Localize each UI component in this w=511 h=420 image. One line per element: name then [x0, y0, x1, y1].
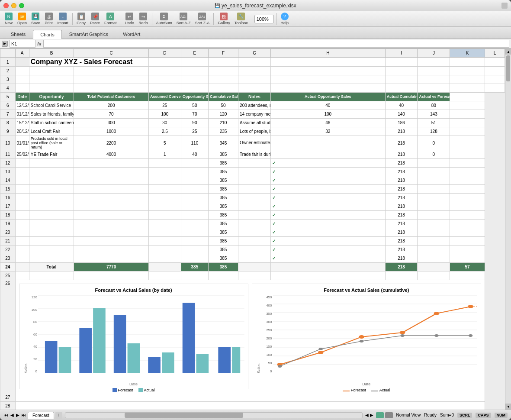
grid-scroll-area[interactable]: A B C D E F G H I J K L	[0, 48, 505, 410]
status-right: Normal View Ready Sum=0 SCRL CAPS NUM	[376, 412, 508, 418]
svg-rect-14	[162, 352, 174, 373]
app-window: 💾 ye_sales_forecast_example.xlsx N New 📂…	[0, 0, 511, 420]
sum-label: Sum=0	[440, 413, 454, 417]
tab-sheets[interactable]: Sheets	[3, 29, 33, 39]
sheet-nav-prev[interactable]: ◀	[10, 412, 14, 418]
caps-indicator: CAPS	[476, 413, 491, 418]
minimize-button[interactable]	[11, 3, 16, 8]
svg-point-38	[399, 331, 405, 334]
header-cum-forecast: Cumulative Sales Forecast	[209, 93, 238, 101]
table-row: 13 385 ✓ 218	[0, 168, 505, 176]
table-row: 21 385 ✓ 218	[0, 237, 505, 246]
sheet-navigation: ⏮ ◀ ▶ ⏭ Forecast +	[3, 412, 62, 419]
sheet-nav-prev-start[interactable]: ⏮	[3, 412, 9, 418]
new-button[interactable]: N New	[3, 12, 15, 26]
svg-rect-12	[128, 343, 140, 373]
horizontal-scrollbar[interactable]	[65, 412, 363, 418]
line-chart-area: Sales 0 50 100 150 200	[256, 295, 477, 373]
sep4	[213, 13, 214, 25]
sheet-tab-forecast[interactable]: Forecast	[28, 412, 54, 419]
col-header-l[interactable]: L	[485, 49, 505, 58]
sort-az-button[interactable]: AZ↓ Sort A-Z	[175, 12, 193, 26]
bar-chart-title: Forecast vs Actual Sales (by date)	[23, 288, 244, 293]
undo-button[interactable]: ↩ Undo	[123, 12, 136, 26]
col-header-g[interactable]: G	[238, 49, 271, 58]
sheet-nav-next[interactable]: ▶	[16, 412, 20, 418]
cell-navigator-icon[interactable]: ▶	[2, 41, 8, 47]
header-opportunity: Opportunity	[29, 93, 74, 101]
sheet-nav-next-end[interactable]: ⏭	[21, 412, 26, 418]
close-button[interactable]	[3, 3, 9, 8]
header-row: 5 Date Opportunity Total Potential Custo…	[0, 93, 505, 101]
ready-label: Ready	[424, 413, 437, 417]
autosum-button[interactable]: Σ AutoSum	[154, 12, 174, 26]
formula-input[interactable]	[43, 40, 509, 48]
svg-point-37	[359, 335, 364, 339]
scroll-left-btn[interactable]: ◀	[365, 413, 369, 417]
help-button[interactable]: ? Help	[279, 12, 291, 26]
svg-point-45	[400, 334, 404, 337]
table-row: 18 385 ✓ 218	[0, 211, 505, 220]
sort-za-button[interactable]: ZA↓ Sort Z-A	[193, 12, 212, 26]
redo-button[interactable]: ↪ Redo	[137, 12, 150, 26]
tab-wordart[interactable]: WordArt	[116, 29, 148, 39]
right-scroll-nav: ◀ ▶	[365, 413, 373, 417]
status-bar: ⏮ ◀ ▶ ⏭ Forecast + ◀ ▶ Normal View Ready…	[0, 410, 511, 420]
svg-rect-11	[114, 315, 126, 373]
gallery-button[interactable]: 🖼 Gallery	[216, 12, 232, 26]
copy-button[interactable]: 📋 Copy	[75, 12, 87, 26]
toolbar: N New 📂 Open 💾 Save 🖨 Print ↓ Import 📋 C…	[0, 11, 511, 27]
import-button[interactable]: ↓ Import	[56, 12, 71, 26]
bar-chart-y-ticks: 0 20 40 60 80 100 120	[28, 295, 38, 373]
view-icons	[376, 412, 393, 418]
svg-point-40	[468, 305, 473, 308]
line-chart-y-label: Sales	[256, 295, 261, 373]
svg-rect-8	[59, 347, 71, 373]
tab-charts[interactable]: Charts	[33, 30, 61, 39]
corner-cell	[0, 49, 16, 58]
header-notes: Notes	[238, 93, 271, 101]
svg-point-36	[318, 351, 323, 354]
open-button[interactable]: 📂 Open	[16, 12, 29, 26]
scroll-right-btn[interactable]: ▶	[370, 413, 373, 417]
table-row: 6 12/12/2010 School Carol Service 200 25…	[0, 101, 505, 110]
table-row: 25	[0, 271, 505, 280]
cell-reference-input[interactable]	[10, 40, 35, 48]
save-button[interactable]: 💾 Save	[29, 12, 42, 26]
window-resize-handle[interactable]	[501, 3, 508, 9]
vertical-scrollbar[interactable]: ▲ ▼	[505, 48, 511, 410]
print-button[interactable]: 🖨 Print	[43, 12, 55, 26]
scroll-down-btn[interactable]: ▼	[505, 404, 511, 410]
toolbox-button[interactable]: 🔧 Toolbox	[233, 12, 250, 26]
scroll-thumb[interactable]	[506, 55, 510, 81]
paste-button[interactable]: 📌 Paste	[88, 12, 102, 26]
bar-chart: Forecast vs Actual Sales (by date) Sales…	[19, 284, 248, 389]
page-view-icon[interactable]	[385, 412, 393, 418]
col-header-k[interactable]: K	[450, 49, 485, 58]
format-button[interactable]: A Format	[103, 12, 119, 26]
zoom-input[interactable]: 100%	[254, 15, 274, 23]
col-header-c[interactable]: C	[74, 49, 149, 58]
num-indicator: NUM	[495, 413, 508, 418]
maximize-button[interactable]	[19, 3, 24, 8]
sep6	[276, 13, 276, 25]
table-row: 10 01/01/2011 Products sold in local pos…	[0, 136, 505, 150]
header-conversion: Assumed Conversion rate	[148, 93, 181, 101]
col-header-h[interactable]: H	[270, 49, 385, 58]
svg-rect-17	[218, 347, 231, 373]
col-header-j[interactable]: J	[418, 49, 450, 58]
col-header-e[interactable]: E	[181, 49, 208, 58]
col-header-a[interactable]: A	[15, 49, 29, 58]
table-row: 17 385 ✓ 218	[0, 202, 505, 211]
svg-point-47	[468, 334, 472, 337]
col-header-i[interactable]: I	[385, 49, 418, 58]
add-sheet-button[interactable]: +	[55, 412, 62, 419]
legend-forecast-line	[343, 391, 350, 391]
tab-smartart[interactable]: SmartArt Graphics	[62, 29, 116, 39]
normal-view-icon[interactable]	[376, 412, 384, 418]
col-header-d[interactable]: D	[148, 49, 181, 58]
col-header-b[interactable]: B	[29, 49, 74, 58]
horizontal-scroll-thumb[interactable]	[125, 413, 243, 418]
scroll-up-btn[interactable]: ▲	[505, 48, 511, 55]
col-header-f[interactable]: F	[209, 49, 238, 58]
